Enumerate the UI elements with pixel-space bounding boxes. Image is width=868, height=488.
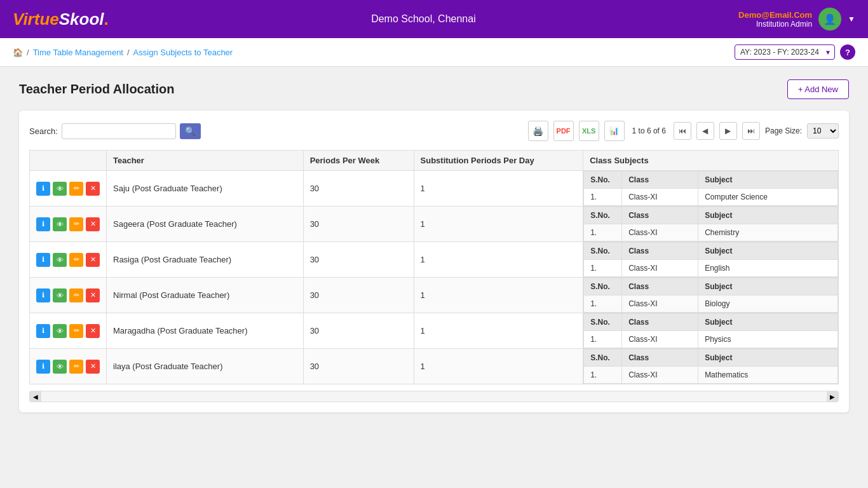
col-class-subjects: Class Subjects: [583, 151, 839, 171]
pdf-button[interactable]: PDF: [553, 121, 574, 141]
user-role: Institution Admin: [738, 20, 812, 29]
help-button[interactable]: ?: [840, 44, 855, 60]
chevron-down-icon[interactable]: ▼: [848, 15, 855, 24]
subject-class: Class-XI: [622, 367, 698, 384]
scroll-left-button[interactable]: ◀: [30, 391, 41, 402]
sub-periods-per-day: 1: [414, 313, 583, 349]
edit-button[interactable]: ✏: [69, 324, 83, 338]
teacher-name: Saju (Post Graduate Teacher): [107, 171, 304, 207]
subject-class: Class-XI: [622, 189, 698, 206]
edit-button[interactable]: ✏: [69, 253, 83, 267]
add-new-button[interactable]: + Add New: [787, 79, 849, 99]
subject-sno: 1.: [584, 260, 622, 277]
view-button[interactable]: 👁: [53, 253, 67, 267]
subject-class: Class-XI: [622, 295, 698, 313]
home-icon[interactable]: 🏠: [13, 48, 23, 57]
pagination-info: 1 to 6 of 6: [632, 126, 666, 135]
search-input[interactable]: [62, 123, 176, 139]
last-page-button[interactable]: ⏭: [742, 122, 760, 140]
class-subjects-cell: S.No. Class Subject 1. Class-XI Biology: [583, 278, 839, 313]
class-subjects-cell: S.No. Class Subject 1. Class-XI English: [583, 242, 839, 278]
col-actions: [30, 151, 107, 171]
delete-button[interactable]: ✕: [86, 182, 100, 196]
table-row: ℹ 👁 ✏ ✕ Sageera (Post Graduate Teacher)3…: [30, 207, 839, 242]
edit-button[interactable]: ✏: [69, 360, 83, 374]
table-row: ℹ 👁 ✏ ✕ Rasiga (Post Graduate Teacher)30…: [30, 242, 839, 278]
ay-select[interactable]: AY: 2023 - FY: 2023-24: [735, 44, 835, 60]
breadcrumb-timetable[interactable]: Time Table Management: [33, 48, 123, 57]
search-icon: 🔍: [185, 126, 196, 136]
horizontal-scrollbar[interactable]: ◀ ▶: [29, 391, 839, 402]
view-button[interactable]: 👁: [53, 182, 67, 196]
table-card: Search: 🔍 🖨️ PDF XLS 📊 1 to 6 of 6 ⏮ ◀ ▶…: [19, 111, 849, 412]
info-button[interactable]: ℹ: [36, 182, 50, 196]
page-title: Teacher Period Allocation: [19, 82, 175, 97]
view-button[interactable]: 👁: [53, 324, 67, 338]
subject-name: Biology: [698, 295, 838, 313]
data-table: Teacher Periods Per Week Substitution Pe…: [29, 150, 839, 384]
edit-button[interactable]: ✏: [69, 182, 83, 196]
info-button[interactable]: ℹ: [36, 288, 50, 302]
subject-name: Chemistry: [698, 224, 838, 241]
logo-skool: Skool: [59, 10, 104, 29]
info-button[interactable]: ℹ: [36, 217, 50, 231]
search-button[interactable]: 🔍: [180, 123, 201, 139]
action-cell: ℹ 👁 ✏ ✕: [30, 349, 107, 384]
excel-button[interactable]: XLS: [579, 121, 599, 141]
view-button[interactable]: 👁: [53, 360, 67, 374]
delete-button[interactable]: ✕: [86, 324, 100, 338]
first-page-button[interactable]: ⏮: [674, 122, 691, 140]
col-periods: Periods Per Week: [303, 151, 414, 171]
prev-page-button[interactable]: ◀: [696, 122, 714, 140]
sub-periods-per-day: 1: [414, 278, 583, 313]
info-button[interactable]: ℹ: [36, 253, 50, 267]
page-size-label: Page Size:: [765, 126, 802, 135]
ay-select-wrapper: AY: 2023 - FY: 2023-24: [735, 44, 835, 60]
subject-sno: 1.: [584, 189, 622, 206]
avatar: 👤: [818, 8, 841, 30]
action-cell: ℹ 👁 ✏ ✕: [30, 278, 107, 313]
subject-class: Class-XI: [622, 260, 698, 277]
user-email: Demo@Email.Com: [738, 10, 812, 20]
subject-sno: 1.: [584, 295, 622, 313]
action-icons: ℹ 👁 ✏ ✕: [36, 324, 100, 338]
action-cell: ℹ 👁 ✏ ✕: [30, 313, 107, 349]
page-size-select[interactable]: 10: [807, 123, 839, 139]
subject-sno: 1.: [584, 331, 622, 348]
sub-periods-per-day: 1: [414, 349, 583, 384]
action-cell: ℹ 👁 ✏ ✕: [30, 242, 107, 278]
action-icons: ℹ 👁 ✏ ✕: [36, 217, 100, 231]
table-row: ℹ 👁 ✏ ✕ ilaya (Post Graduate Teacher)301…: [30, 349, 839, 384]
subject-name: Physics: [698, 331, 838, 348]
sub-periods-per-day: 1: [414, 242, 583, 278]
teacher-name: Maragadha (Post Graduate Teacher): [107, 313, 304, 349]
periods-per-week: 30: [303, 349, 414, 384]
next-page-button[interactable]: ▶: [719, 122, 737, 140]
scroll-right-button[interactable]: ▶: [827, 391, 838, 402]
delete-button[interactable]: ✕: [86, 253, 100, 267]
search-label: Search:: [29, 126, 58, 136]
breadcrumb-right: AY: 2023 - FY: 2023-24 ?: [735, 44, 855, 60]
delete-button[interactable]: ✕: [86, 360, 100, 374]
class-subjects-cell: S.No. Class Subject 1. Class-XI Physics: [583, 313, 839, 349]
view-button[interactable]: 👁: [53, 217, 67, 231]
subject-class: Class-XI: [622, 224, 698, 241]
info-button[interactable]: ℹ: [36, 360, 50, 374]
edit-button[interactable]: ✏: [69, 288, 83, 302]
action-cell: ℹ 👁 ✏ ✕: [30, 207, 107, 242]
teacher-name: Nirmal (Post Graduate Teacher): [107, 278, 304, 313]
export-button[interactable]: 📊: [604, 121, 625, 141]
main-content: Teacher Period Allocation + Add New Sear…: [0, 67, 868, 478]
class-subjects-cell: S.No. Class Subject 1. Class-XI Computer…: [583, 171, 839, 207]
periods-per-week: 30: [303, 207, 414, 242]
teacher-name: Rasiga (Post Graduate Teacher): [107, 242, 304, 278]
delete-button[interactable]: ✕: [86, 288, 100, 302]
action-icons: ℹ 👁 ✏ ✕: [36, 253, 100, 267]
periods-per-week: 30: [303, 313, 414, 349]
delete-button[interactable]: ✕: [86, 217, 100, 231]
breadcrumb: 🏠 / Time Table Management / Assign Subje…: [13, 48, 233, 57]
view-button[interactable]: 👁: [53, 288, 67, 302]
print-button[interactable]: 🖨️: [528, 121, 548, 141]
edit-button[interactable]: ✏: [69, 217, 83, 231]
info-button[interactable]: ℹ: [36, 324, 50, 338]
